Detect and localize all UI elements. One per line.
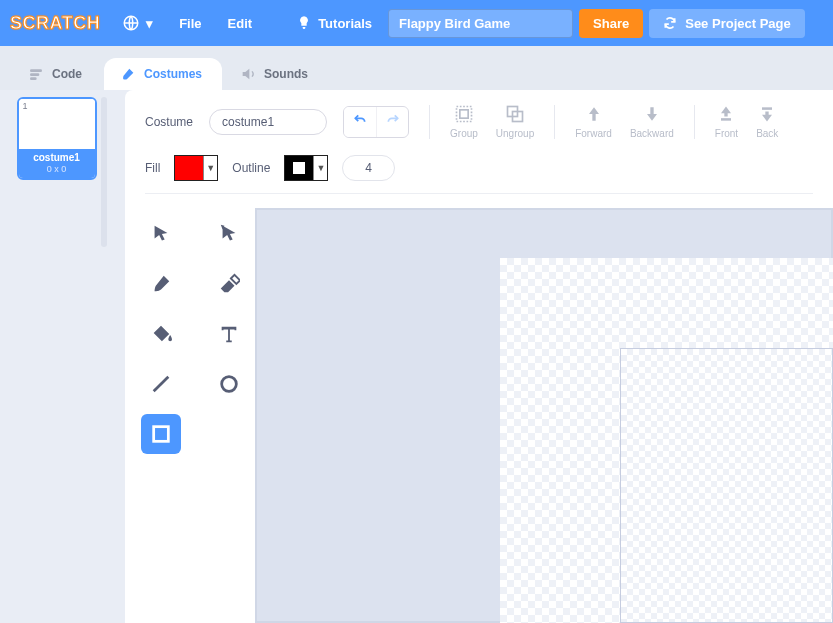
front-label: Front	[715, 128, 738, 139]
fill-color-picker[interactable]: ▼	[174, 155, 218, 181]
paint-editor: Costume Group Ungroup	[125, 90, 833, 623]
tab-costumes[interactable]: Costumes	[104, 58, 222, 90]
svg-rect-3	[30, 77, 37, 80]
back-button[interactable]: Back	[756, 104, 778, 139]
see-project-label: See Project Page	[685, 16, 791, 31]
brush-tool[interactable]	[141, 264, 181, 304]
rectangle-tool[interactable]	[141, 414, 181, 454]
remix-icon	[663, 16, 677, 30]
group-icon	[454, 104, 474, 124]
outline-swatch	[285, 156, 313, 180]
globe-icon	[122, 14, 140, 32]
svg-rect-2	[30, 73, 39, 76]
paint-editor-wrap: Costume Group Ungroup	[123, 90, 833, 623]
circle-tool[interactable]	[209, 364, 249, 404]
brush-icon	[150, 273, 172, 295]
eraser-icon	[218, 273, 240, 295]
eraser-tool[interactable]	[209, 264, 249, 304]
front-icon	[716, 104, 736, 124]
backward-label: Backward	[630, 128, 674, 139]
back-label: Back	[756, 128, 778, 139]
text-icon	[218, 323, 240, 345]
forward-button[interactable]: Forward	[575, 104, 612, 139]
group-button[interactable]: Group	[450, 104, 478, 139]
back-icon	[757, 104, 777, 124]
costume-index: 1	[23, 101, 28, 111]
front-button[interactable]: Front	[715, 104, 738, 139]
separator	[554, 105, 555, 139]
ungroup-label: Ungroup	[496, 128, 534, 139]
separator	[429, 105, 430, 139]
redo-icon	[385, 113, 401, 127]
reshape-tool[interactable]	[209, 214, 249, 254]
select-tool[interactable]	[141, 214, 181, 254]
brush-icon	[120, 66, 136, 82]
tab-sounds-label: Sounds	[264, 67, 308, 81]
arrow-down-icon	[642, 104, 662, 124]
chevron-down-icon: ▼	[203, 156, 217, 180]
chevron-down-icon: ▾	[146, 16, 153, 31]
fill-label: Fill	[145, 161, 160, 175]
language-menu[interactable]: ▾	[112, 8, 163, 38]
canvas-area[interactable]	[255, 208, 833, 623]
outline-width-input[interactable]: 4	[342, 155, 395, 181]
file-menu[interactable]: File	[169, 10, 211, 37]
line-icon	[150, 373, 172, 395]
svg-rect-5	[460, 110, 468, 118]
group-label: Group	[450, 128, 478, 139]
workspace: 1 costume1 0 x 0 Costume Group	[0, 90, 833, 623]
project-title-wrap	[388, 9, 573, 38]
svg-rect-9	[762, 107, 772, 110]
tab-row: Code Costumes Sounds	[0, 46, 833, 90]
ungroup-button[interactable]: Ungroup	[496, 104, 534, 139]
scratch-logo[interactable]: SCRATCH	[10, 13, 106, 34]
share-button[interactable]: Share	[579, 9, 643, 38]
svg-rect-8	[721, 118, 731, 121]
separator	[694, 105, 695, 139]
tutorials-label: Tutorials	[318, 16, 372, 31]
reshape-icon	[218, 223, 240, 245]
circle-icon	[218, 373, 240, 395]
chevron-down-icon: ▼	[313, 156, 327, 180]
tab-sounds[interactable]: Sounds	[224, 58, 328, 90]
pointer-icon	[150, 223, 172, 245]
redo-button[interactable]	[376, 107, 408, 137]
undo-button[interactable]	[344, 107, 376, 137]
costume-name-label: Costume	[145, 115, 193, 129]
fill-swatch	[175, 156, 203, 180]
tool-column	[141, 208, 241, 623]
outline-label: Outline	[232, 161, 270, 175]
square-icon	[150, 423, 172, 445]
edit-menu[interactable]: Edit	[218, 10, 263, 37]
scrollbar[interactable]	[101, 97, 107, 247]
project-title-input[interactable]	[388, 9, 573, 38]
lightbulb-icon	[296, 15, 312, 31]
undo-icon	[352, 113, 368, 127]
tab-code-label: Code	[52, 67, 82, 81]
code-icon	[28, 66, 44, 82]
bucket-icon	[150, 323, 172, 345]
forward-label: Forward	[575, 128, 612, 139]
costume-size: 0 x 0	[19, 164, 95, 178]
text-tool[interactable]	[209, 314, 249, 354]
canvas-stage	[620, 348, 833, 623]
tab-code[interactable]: Code	[12, 58, 102, 90]
outline-color-picker[interactable]: ▼	[284, 155, 328, 181]
arrow-up-icon	[584, 104, 604, 124]
fill-row: Fill ▼ Outline ▼ 4	[125, 145, 833, 193]
costume-list: 1 costume1 0 x 0	[0, 90, 123, 623]
svg-rect-11	[154, 427, 169, 442]
costume-name-input[interactable]	[209, 109, 327, 135]
backward-button[interactable]: Backward	[630, 104, 674, 139]
tutorials-button[interactable]: Tutorials	[286, 9, 382, 37]
fill-tool[interactable]	[141, 314, 181, 354]
canvas-row	[125, 194, 833, 623]
tab-costumes-label: Costumes	[144, 67, 202, 81]
svg-rect-1	[30, 69, 42, 72]
svg-rect-4	[456, 107, 471, 122]
see-project-page-button[interactable]: See Project Page	[649, 9, 805, 38]
menu-bar: SCRATCH ▾ File Edit Tutorials Share See …	[0, 0, 833, 46]
costume-thumb[interactable]: 1 costume1 0 x 0	[17, 97, 97, 180]
line-tool[interactable]	[141, 364, 181, 404]
undo-redo-group	[343, 106, 409, 138]
